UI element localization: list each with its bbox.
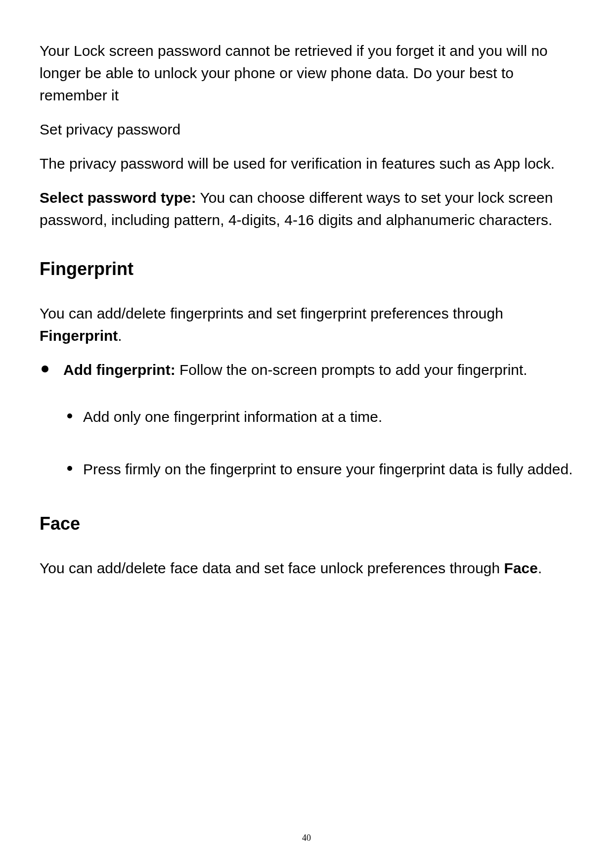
page-number: 40 <box>302 833 311 843</box>
fingerprint-desc-part2: . <box>118 327 122 344</box>
set-privacy-password-text: Set privacy password <box>40 118 573 140</box>
fingerprint-sub-bullets: Add only one fingerprint information at … <box>63 401 573 486</box>
sub-bullet-item: Add only one fingerprint information at … <box>63 401 573 433</box>
fingerprint-desc-part1: You can add/delete fingerprints and set … <box>40 305 503 321</box>
sub-bullet-item: Press firmly on the fingerprint to ensur… <box>63 453 573 486</box>
add-fingerprint-desc: Follow the on-screen prompts to add your… <box>175 362 527 378</box>
face-desc-part2: . <box>538 560 542 576</box>
fingerprint-desc-text: You can add/delete fingerprints and set … <box>40 302 573 347</box>
face-desc-text: You can add/delete face data and set fac… <box>40 557 573 579</box>
fingerprint-desc-bold: Fingerprint <box>40 327 118 344</box>
face-heading: Face <box>40 510 573 537</box>
face-desc-part1: You can add/delete face data and set fac… <box>40 560 504 576</box>
fingerprint-bullet-list: Add fingerprint: Follow the on-screen pr… <box>40 359 573 486</box>
privacy-password-desc-text: The privacy password will be used for ve… <box>40 152 573 175</box>
intro-warning-text: Your Lock screen password cannot be retr… <box>40 40 573 106</box>
add-fingerprint-bullet: Add fingerprint: Follow the on-screen pr… <box>40 359 573 486</box>
select-password-type-label: Select password type: <box>40 189 196 206</box>
page-content: Your Lock screen password cannot be retr… <box>40 40 573 579</box>
fingerprint-heading: Fingerprint <box>40 256 573 282</box>
add-fingerprint-label: Add fingerprint: <box>63 362 175 378</box>
face-desc-bold: Face <box>504 560 538 576</box>
select-password-type-text: Select password type: You can choose dif… <box>40 186 573 231</box>
